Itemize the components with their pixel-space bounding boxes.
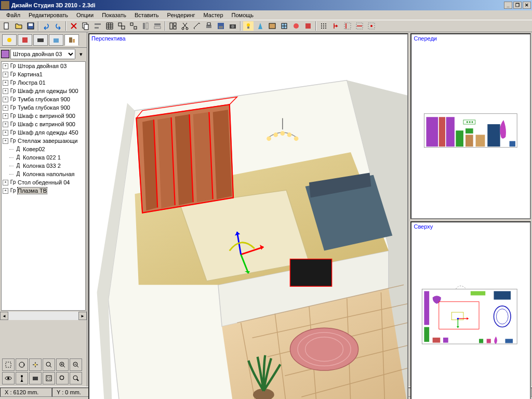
tree-item[interactable]: +ГрТумба глубокая 900 bbox=[2, 95, 85, 103]
tree-item[interactable]: +ГрСтеллаж завершающи bbox=[2, 137, 85, 145]
close-button[interactable]: ✕ bbox=[523, 2, 531, 9]
save-image-button[interactable] bbox=[215, 21, 227, 31]
snap-center-button[interactable] bbox=[366, 21, 377, 31]
viewport-layout-button[interactable] bbox=[167, 21, 179, 31]
zoom-tool[interactable] bbox=[43, 358, 55, 371]
walk-tool[interactable] bbox=[16, 372, 28, 384]
expand-icon[interactable]: + bbox=[3, 88, 8, 94]
expand-icon[interactable]: + bbox=[3, 72, 8, 77]
maximize-button[interactable]: ❐ bbox=[513, 2, 522, 9]
tree-item[interactable]: ДКовер02 bbox=[2, 145, 85, 153]
svg-rect-11 bbox=[143, 23, 145, 29]
tree-item[interactable]: +ГрШкаф с витриной 900 bbox=[2, 120, 85, 128]
menu-master[interactable]: Мастер bbox=[200, 11, 228, 19]
expand-icon[interactable]: + bbox=[3, 80, 8, 86]
new-button[interactable] bbox=[1, 21, 12, 31]
redo-button[interactable] bbox=[52, 21, 64, 31]
tree-item[interactable]: +ГрШкаф для одежды 900 bbox=[2, 87, 85, 95]
tree-item[interactable]: +ГрШкаф для одежды 450 bbox=[2, 128, 85, 137]
tree-item[interactable]: +ГрСтол обеденный 04 bbox=[2, 178, 85, 187]
selector-action[interactable]: ▾ bbox=[76, 49, 86, 59]
menu-file[interactable]: Файл bbox=[2, 11, 24, 19]
snap-object-button[interactable] bbox=[330, 21, 341, 31]
save-button[interactable] bbox=[25, 21, 36, 31]
expand-icon[interactable]: + bbox=[3, 180, 8, 185]
tree-item[interactable]: ДКолонка 033 2 bbox=[2, 162, 85, 170]
svg-point-72 bbox=[280, 131, 285, 136]
tree-hscroll[interactable]: ◄► bbox=[0, 312, 87, 320]
item-type-icon: Гр bbox=[9, 129, 17, 136]
open-button[interactable] bbox=[13, 21, 24, 31]
snap-corner-button[interactable] bbox=[342, 21, 353, 31]
viewport-front[interactable]: Спереди bbox=[410, 33, 531, 219]
delete-button[interactable] bbox=[68, 21, 79, 31]
object-tree[interactable]: +ГрШтора двойная 03+ГрКартина1+ГрЛюстра … bbox=[1, 61, 86, 311]
zoom-all-tool[interactable] bbox=[70, 372, 82, 384]
group-button[interactable] bbox=[116, 21, 127, 31]
camera2-tool[interactable] bbox=[29, 372, 42, 384]
view-tools bbox=[0, 356, 87, 387]
tab-objects[interactable] bbox=[64, 34, 79, 46]
rotate-tool[interactable] bbox=[16, 358, 28, 371]
expand-icon[interactable]: + bbox=[3, 188, 8, 194]
texture-button[interactable] bbox=[302, 21, 314, 31]
viewport-perspective[interactable]: Перспектива bbox=[88, 33, 408, 399]
tree-item[interactable]: +ГрШкаф с витриной 900 bbox=[2, 112, 85, 120]
expand-icon[interactable]: + bbox=[3, 113, 8, 119]
tree-item[interactable]: ДКолонка 022 1 bbox=[2, 153, 85, 162]
object-selector[interactable]: Штора двойная 03 bbox=[10, 49, 75, 59]
tree-item[interactable]: +ГрКартина1 bbox=[2, 70, 85, 78]
tab-camera[interactable] bbox=[33, 34, 48, 46]
tree-item[interactable]: +ГрПлазма ТВ bbox=[2, 187, 85, 195]
menu-insert[interactable]: Вставить bbox=[130, 11, 163, 19]
tree-item[interactable]: +ГрШтора двойная 03 bbox=[2, 62, 85, 70]
select-tool[interactable] bbox=[2, 358, 15, 371]
pan-tool[interactable] bbox=[29, 358, 42, 371]
snap-grid-button[interactable] bbox=[318, 21, 329, 31]
expand-icon[interactable]: + bbox=[3, 105, 8, 111]
menu-edit[interactable]: Редактировать bbox=[24, 11, 72, 19]
zoom-in-tool[interactable] bbox=[56, 358, 69, 371]
snap-edge-button[interactable] bbox=[354, 21, 365, 31]
print-button[interactable] bbox=[203, 21, 215, 31]
orbit-tool[interactable] bbox=[2, 372, 15, 384]
tree-item[interactable]: +ГрТумба глубокая 900 bbox=[2, 103, 85, 112]
grid-button[interactable] bbox=[104, 21, 115, 31]
menu-help[interactable]: Помощь bbox=[228, 11, 258, 19]
fit-tool[interactable] bbox=[43, 372, 55, 384]
align-button[interactable] bbox=[92, 21, 103, 31]
menu-show[interactable]: Показать bbox=[98, 11, 130, 19]
svg-rect-81 bbox=[466, 135, 473, 147]
zoom-out-tool[interactable] bbox=[70, 358, 82, 371]
expand-icon[interactable]: + bbox=[3, 138, 8, 144]
color-swatch[interactable] bbox=[1, 50, 9, 58]
menu-rendering[interactable]: Рендеринг bbox=[163, 11, 200, 19]
cone-light-button[interactable] bbox=[255, 21, 266, 31]
light-button[interactable] bbox=[243, 21, 254, 31]
expand-icon[interactable]: + bbox=[3, 97, 8, 102]
camera-button[interactable] bbox=[227, 21, 238, 31]
expand-icon[interactable]: + bbox=[3, 63, 8, 69]
menu-options[interactable]: Опции bbox=[72, 11, 98, 19]
undo-button[interactable] bbox=[41, 21, 52, 31]
measure-button[interactable] bbox=[191, 21, 203, 31]
window-button[interactable] bbox=[278, 21, 290, 31]
zoom-region-tool[interactable] bbox=[56, 372, 69, 384]
minimize-button[interactable]: _ bbox=[504, 2, 512, 9]
material-button[interactable] bbox=[290, 21, 302, 31]
expand-icon[interactable]: + bbox=[3, 122, 8, 127]
tab-materials[interactable] bbox=[18, 34, 32, 46]
wall-button[interactable] bbox=[267, 21, 278, 31]
tree-item[interactable]: ДКолонка напольная bbox=[2, 170, 85, 178]
flip-v-button[interactable] bbox=[152, 21, 163, 31]
copy-button[interactable] bbox=[80, 21, 91, 31]
tab-room[interactable] bbox=[49, 34, 63, 46]
viewport-top[interactable]: Сверху bbox=[410, 221, 531, 399]
cut-button[interactable] bbox=[179, 21, 191, 31]
tab-light[interactable] bbox=[2, 34, 17, 46]
tree-item[interactable]: +ГрЛюстра 01 bbox=[2, 78, 85, 87]
expand-icon[interactable]: + bbox=[3, 130, 8, 136]
left-panel: Штора двойная 03 ▾ +ГрШтора двойная 03+Г… bbox=[0, 32, 87, 387]
ungroup-button[interactable] bbox=[128, 21, 139, 31]
flip-h-button[interactable] bbox=[140, 21, 151, 31]
